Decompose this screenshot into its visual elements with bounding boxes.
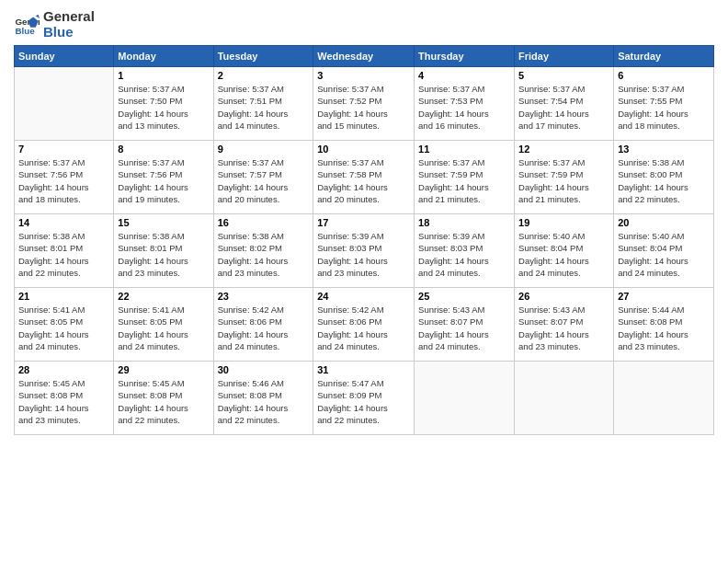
day-number: 31 <box>317 364 410 375</box>
day-info: Sunrise: 5:37 AM Sunset: 7:55 PM Dayligh… <box>618 83 710 132</box>
day-info: Sunrise: 5:42 AM Sunset: 8:06 PM Dayligh… <box>218 304 310 352</box>
calendar-cell: 3Sunrise: 5:37 AM Sunset: 7:52 PM Daylig… <box>313 67 415 141</box>
logo: General Blue General Blue <box>14 9 95 40</box>
day-info: Sunrise: 5:37 AM Sunset: 7:54 PM Dayligh… <box>518 83 609 132</box>
calendar-cell: 21Sunrise: 5:41 AM Sunset: 8:05 PM Dayli… <box>15 288 114 362</box>
calendar-cell: 11Sunrise: 5:37 AM Sunset: 7:59 PM Dayli… <box>415 141 515 214</box>
day-number: 10 <box>317 144 410 155</box>
day-info: Sunrise: 5:44 AM Sunset: 8:08 PM Dayligh… <box>618 304 710 352</box>
day-info: Sunrise: 5:45 AM Sunset: 8:08 PM Dayligh… <box>18 377 109 426</box>
calendar-cell: 13Sunrise: 5:38 AM Sunset: 8:00 PM Dayli… <box>614 141 714 214</box>
day-number: 23 <box>218 291 310 302</box>
calendar-cell <box>614 362 714 435</box>
day-number: 30 <box>218 364 310 375</box>
day-number: 29 <box>118 364 209 375</box>
day-number: 21 <box>18 291 109 302</box>
day-number: 4 <box>418 70 510 81</box>
calendar-body: 1Sunrise: 5:37 AM Sunset: 7:50 PM Daylig… <box>15 67 714 435</box>
calendar-cell: 8Sunrise: 5:37 AM Sunset: 7:56 PM Daylig… <box>114 141 213 214</box>
day-info: Sunrise: 5:37 AM Sunset: 7:52 PM Dayligh… <box>317 83 410 132</box>
day-number: 26 <box>518 291 609 302</box>
day-number: 18 <box>418 217 510 228</box>
header-row: General Blue General Blue <box>14 9 714 40</box>
calendar-cell: 2Sunrise: 5:37 AM Sunset: 7:51 PM Daylig… <box>213 67 313 141</box>
calendar-cell <box>15 67 114 141</box>
calendar-cell: 22Sunrise: 5:41 AM Sunset: 8:05 PM Dayli… <box>114 288 213 362</box>
day-header-thursday: Thursday <box>415 46 515 67</box>
day-number: 9 <box>218 144 310 155</box>
day-number: 11 <box>418 144 510 155</box>
day-info: Sunrise: 5:38 AM Sunset: 8:02 PM Dayligh… <box>218 230 310 279</box>
day-number: 22 <box>118 291 209 302</box>
day-header-monday: Monday <box>114 46 213 67</box>
calendar-cell: 17Sunrise: 5:39 AM Sunset: 8:03 PM Dayli… <box>313 214 415 288</box>
day-info: Sunrise: 5:38 AM Sunset: 8:01 PM Dayligh… <box>118 230 209 279</box>
calendar-cell: 27Sunrise: 5:44 AM Sunset: 8:08 PM Dayli… <box>614 288 714 362</box>
logo-icon: General Blue <box>14 12 40 38</box>
day-number: 3 <box>317 70 410 81</box>
day-number: 20 <box>618 217 710 228</box>
logo-text-blue: Blue <box>43 25 95 40</box>
day-number: 7 <box>18 144 109 155</box>
day-info: Sunrise: 5:37 AM Sunset: 7:50 PM Dayligh… <box>118 83 209 132</box>
calendar-cell: 4Sunrise: 5:37 AM Sunset: 7:53 PM Daylig… <box>415 67 515 141</box>
day-info: Sunrise: 5:47 AM Sunset: 8:09 PM Dayligh… <box>317 377 410 426</box>
day-info: Sunrise: 5:37 AM Sunset: 7:57 PM Dayligh… <box>218 156 310 205</box>
day-info: Sunrise: 5:38 AM Sunset: 8:01 PM Dayligh… <box>18 230 109 279</box>
day-header-saturday: Saturday <box>614 46 714 67</box>
calendar-cell: 23Sunrise: 5:42 AM Sunset: 8:06 PM Dayli… <box>213 288 313 362</box>
day-info: Sunrise: 5:37 AM Sunset: 7:56 PM Dayligh… <box>18 156 109 205</box>
logo-text-general: General <box>43 9 95 25</box>
calendar-cell: 25Sunrise: 5:43 AM Sunset: 8:07 PM Dayli… <box>415 288 515 362</box>
day-info: Sunrise: 5:40 AM Sunset: 8:04 PM Dayligh… <box>618 230 710 279</box>
day-number: 5 <box>518 70 609 81</box>
calendar-cell: 12Sunrise: 5:37 AM Sunset: 7:59 PM Dayli… <box>515 141 614 214</box>
calendar-cell: 26Sunrise: 5:43 AM Sunset: 8:07 PM Dayli… <box>515 288 614 362</box>
day-number: 17 <box>317 217 410 228</box>
day-info: Sunrise: 5:41 AM Sunset: 8:05 PM Dayligh… <box>18 304 109 352</box>
day-info: Sunrise: 5:39 AM Sunset: 8:03 PM Dayligh… <box>317 230 410 279</box>
page-container: General Blue General Blue SundayMondayTu… <box>0 0 728 444</box>
day-info: Sunrise: 5:43 AM Sunset: 8:07 PM Dayligh… <box>418 304 510 352</box>
day-number: 24 <box>317 291 410 302</box>
day-number: 15 <box>118 217 209 228</box>
calendar-cell <box>515 362 614 435</box>
calendar-cell: 16Sunrise: 5:38 AM Sunset: 8:02 PM Dayli… <box>213 214 313 288</box>
day-info: Sunrise: 5:41 AM Sunset: 8:05 PM Dayligh… <box>118 304 209 352</box>
calendar-cell: 24Sunrise: 5:42 AM Sunset: 8:06 PM Dayli… <box>313 288 415 362</box>
calendar-table: SundayMondayTuesdayWednesdayThursdayFrid… <box>14 45 714 435</box>
calendar-cell: 29Sunrise: 5:45 AM Sunset: 8:08 PM Dayli… <box>114 362 213 435</box>
calendar-cell: 14Sunrise: 5:38 AM Sunset: 8:01 PM Dayli… <box>15 214 114 288</box>
day-info: Sunrise: 5:46 AM Sunset: 8:08 PM Dayligh… <box>218 377 310 426</box>
day-info: Sunrise: 5:38 AM Sunset: 8:00 PM Dayligh… <box>618 156 710 205</box>
day-number: 6 <box>618 70 710 81</box>
day-number: 13 <box>618 144 710 155</box>
day-number: 2 <box>218 70 310 81</box>
day-header-sunday: Sunday <box>15 46 114 67</box>
day-number: 1 <box>118 70 209 81</box>
day-number: 27 <box>618 291 710 302</box>
calendar-cell: 20Sunrise: 5:40 AM Sunset: 8:04 PM Dayli… <box>614 214 714 288</box>
day-header-friday: Friday <box>515 46 614 67</box>
calendar-cell: 10Sunrise: 5:37 AM Sunset: 7:58 PM Dayli… <box>313 141 415 214</box>
day-number: 19 <box>518 217 609 228</box>
calendar-cell: 6Sunrise: 5:37 AM Sunset: 7:55 PM Daylig… <box>614 67 714 141</box>
calendar-week-row: 14Sunrise: 5:38 AM Sunset: 8:01 PM Dayli… <box>15 214 714 288</box>
calendar-week-row: 7Sunrise: 5:37 AM Sunset: 7:56 PM Daylig… <box>15 141 714 214</box>
calendar-week-row: 1Sunrise: 5:37 AM Sunset: 7:50 PM Daylig… <box>15 67 714 141</box>
calendar-cell: 7Sunrise: 5:37 AM Sunset: 7:56 PM Daylig… <box>15 141 114 214</box>
day-number: 14 <box>18 217 109 228</box>
calendar-cell: 31Sunrise: 5:47 AM Sunset: 8:09 PM Dayli… <box>313 362 415 435</box>
calendar-cell: 28Sunrise: 5:45 AM Sunset: 8:08 PM Dayli… <box>15 362 114 435</box>
day-number: 12 <box>518 144 609 155</box>
calendar-week-row: 28Sunrise: 5:45 AM Sunset: 8:08 PM Dayli… <box>15 362 714 435</box>
day-number: 28 <box>18 364 109 375</box>
day-number: 8 <box>118 144 209 155</box>
day-number: 16 <box>218 217 310 228</box>
day-info: Sunrise: 5:37 AM Sunset: 7:59 PM Dayligh… <box>418 156 510 205</box>
day-info: Sunrise: 5:42 AM Sunset: 8:06 PM Dayligh… <box>317 304 410 352</box>
calendar-cell: 19Sunrise: 5:40 AM Sunset: 8:04 PM Dayli… <box>515 214 614 288</box>
day-info: Sunrise: 5:37 AM Sunset: 7:53 PM Dayligh… <box>418 83 510 132</box>
day-info: Sunrise: 5:45 AM Sunset: 8:08 PM Dayligh… <box>118 377 209 426</box>
calendar-header: SundayMondayTuesdayWednesdayThursdayFrid… <box>15 46 714 67</box>
